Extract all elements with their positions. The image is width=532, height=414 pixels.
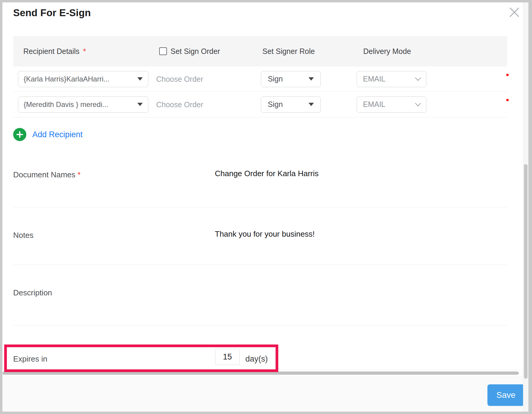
delivery-mode-value: EMAIL — [363, 100, 385, 109]
expires-in-input[interactable] — [215, 349, 240, 365]
chevron-down-icon — [415, 100, 421, 106]
signer-role-value: Sign — [268, 75, 283, 83]
recipient-row: {Karla Harris}KarlaAHarri... Choose Orde… — [13, 67, 507, 92]
document-names-label: Document Names * — [13, 170, 80, 179]
recipients-table-header: Recipient Details * Set Sign Order Set S… — [13, 36, 507, 67]
delivery-mode-select[interactable]: EMAIL — [357, 71, 426, 87]
description-label: Description — [13, 288, 52, 297]
recipient-row: {Meredith Davis } meredi... Choose Order… — [13, 92, 507, 117]
add-recipient-label: Add Recipient — [32, 130, 83, 139]
save-button[interactable]: Save — [487, 384, 525, 406]
recipient-select[interactable]: {Meredith Davis } meredi... — [18, 96, 148, 113]
notes-value[interactable]: Thank you for your business! — [215, 229, 315, 239]
modal-footer: Save — [2, 376, 523, 412]
divider — [13, 265, 507, 265]
close-icon — [508, 6, 521, 19]
set-sign-order-label: Set Sign Order — [171, 47, 220, 56]
add-recipient-button[interactable]: Add Recipient — [13, 128, 83, 141]
caret-down-icon — [308, 77, 314, 81]
set-signer-role-header: Set Signer Role — [262, 36, 315, 67]
notes-label: Notes — [13, 231, 34, 240]
choose-order-field[interactable]: Choose Order — [156, 100, 203, 109]
row-required-dot — [506, 99, 509, 101]
recipient-details-label: Recipient Details — [23, 47, 80, 56]
choose-order-field[interactable]: Choose Order — [156, 75, 203, 83]
caret-down-icon — [137, 77, 143, 81]
recipient-details-header: Recipient Details * — [23, 36, 86, 67]
required-asterisk: * — [77, 170, 80, 179]
vertical-scrollbar[interactable] — [524, 164, 528, 379]
expires-in-label: Expires in — [13, 354, 47, 364]
plus-circle-icon — [13, 128, 26, 141]
description-value[interactable] — [215, 287, 335, 297]
horizontal-scrollbar[interactable] — [2, 371, 519, 375]
expires-in-unit: day(s) — [245, 354, 268, 364]
divider — [13, 208, 507, 208]
set-sign-order-checkbox[interactable] — [159, 47, 167, 55]
signer-role-value: Sign — [268, 100, 283, 109]
divider — [13, 325, 507, 326]
signer-role-select[interactable]: Sign — [261, 96, 321, 113]
divider — [13, 369, 523, 370]
row-required-dot — [506, 74, 509, 76]
delivery-mode-header: Delivery Mode — [363, 36, 411, 67]
set-sign-order-control[interactable]: Set Sign Order — [159, 36, 220, 67]
delivery-mode-select[interactable]: EMAIL — [357, 96, 426, 113]
recipient-select-value: {Meredith Davis } meredi... — [24, 100, 108, 109]
caret-down-icon — [308, 103, 314, 106]
recipient-select[interactable]: {Karla Harris}KarlaAHarri... — [18, 71, 148, 87]
close-button[interactable] — [506, 4, 522, 20]
document-names-value[interactable]: Change Order for Karla Harris — [215, 169, 319, 178]
delivery-mode-value: EMAIL — [363, 75, 385, 83]
send-esign-modal: Send For E-Sign Recipient Details * Set … — [2, 2, 528, 412]
required-asterisk: * — [83, 47, 86, 56]
chevron-down-icon — [415, 75, 421, 81]
recipient-select-value: {Karla Harris}KarlaAHarri... — [24, 75, 110, 83]
caret-down-icon — [137, 103, 143, 106]
modal-title: Send For E-Sign — [13, 7, 91, 19]
signer-role-select[interactable]: Sign — [261, 71, 321, 87]
